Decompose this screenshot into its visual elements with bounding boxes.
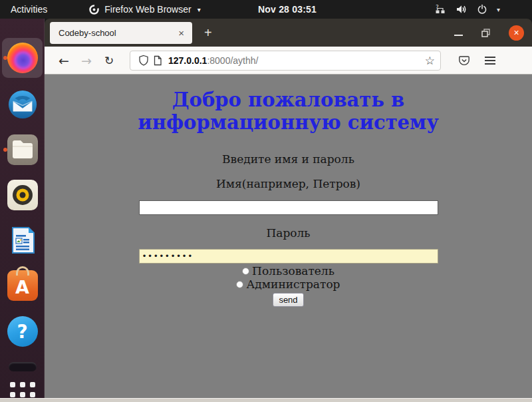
tab-codeby-school[interactable]: Codeby-school × <box>50 22 192 44</box>
app-menu-label: Firefox Web Browser <box>104 4 191 15</box>
url-host: 127.0.0.1 <box>168 55 207 66</box>
send-button[interactable]: send <box>273 293 303 307</box>
pocket-icon[interactable] <box>458 55 470 67</box>
forward-button[interactable]: → <box>75 53 98 68</box>
url-text[interactable]: 127.0.0.1:8000/aythh/ <box>168 55 425 66</box>
shield-icon[interactable] <box>138 55 149 66</box>
files-icon <box>7 134 38 165</box>
url-bar[interactable]: 127.0.0.1:8000/aythh/ ☆ <box>130 51 441 71</box>
network-status-icon: ? <box>434 4 446 15</box>
dock-item-libreoffice-writer[interactable] <box>0 225 45 256</box>
page-content: Добро пожаловать в информационную систем… <box>45 75 532 398</box>
dock-item-rhythmbox[interactable] <box>0 180 45 210</box>
back-button[interactable]: ← <box>53 53 75 68</box>
chevron-down-icon: ▾ <box>497 6 500 13</box>
firefox-icon <box>7 43 38 73</box>
dock-item-files[interactable] <box>0 134 45 165</box>
role-option-user[interactable]: Пользователь <box>242 266 334 277</box>
dock-item-ubuntu-software[interactable]: A <box>0 270 45 301</box>
radio-user[interactable] <box>242 268 249 275</box>
tab-bar: Codeby-school × + × <box>45 19 532 47</box>
gnome-top-bar: Activities Firefox Web Browser ▾ Nov 28 … <box>0 0 532 19</box>
show-apps-icon <box>10 382 35 402</box>
radio-admin-label: Администратор <box>246 279 340 290</box>
chevron-down-icon: ▾ <box>198 6 201 13</box>
activities-button[interactable]: Activities <box>0 0 58 19</box>
password-label: Пароль <box>266 226 310 240</box>
name-input[interactable] <box>139 200 438 215</box>
minimize-button[interactable] <box>454 35 463 36</box>
navigation-toolbar: ← → ↻ 127.0.0.1:8000/aythh/ ☆ <box>45 47 532 75</box>
close-icon: × <box>513 28 519 37</box>
show-applications-button[interactable] <box>0 382 45 402</box>
ubuntu-dock: A ? <box>0 19 45 398</box>
new-tab-button[interactable]: + <box>204 25 212 41</box>
window-bottom-edge <box>0 398 532 402</box>
thunderbird-icon <box>7 89 38 120</box>
page-info-icon[interactable] <box>153 55 162 66</box>
restore-button[interactable] <box>481 28 491 38</box>
help-icon: ? <box>7 316 38 347</box>
role-option-admin[interactable]: Администратор <box>236 279 340 290</box>
clock[interactable]: Nov 28 03:51 <box>258 0 317 19</box>
bookmark-star-icon[interactable]: ☆ <box>425 54 435 67</box>
system-status-area[interactable]: ? ▾ <box>434 0 500 19</box>
ubuntu-software-icon: A <box>7 270 38 301</box>
dock-separator-lens <box>0 362 45 371</box>
firefox-window: Codeby-school × + × ← → ↻ <box>45 19 532 398</box>
tab-title: Codeby-school <box>59 28 176 38</box>
radio-user-label: Пользователь <box>252 266 334 277</box>
close-tab-icon[interactable]: × <box>176 27 186 39</box>
bag-handle <box>16 266 29 276</box>
dock-item-firefox[interactable] <box>0 43 45 73</box>
reload-button[interactable]: ↻ <box>98 54 120 67</box>
dock-item-help[interactable]: ? <box>0 316 45 347</box>
dock-item-thunderbird[interactable] <box>0 89 45 120</box>
firefox-swirl-icon <box>88 4 100 15</box>
power-icon <box>477 4 487 15</box>
name-label: Имя(например, Петров) <box>216 177 360 190</box>
app-menu-button[interactable]: Firefox Web Browser ▾ <box>88 4 200 15</box>
radio-admin[interactable] <box>236 281 243 288</box>
volume-icon <box>456 4 467 15</box>
page-title: Добро пожаловать в информационную систем… <box>107 89 469 134</box>
window-controls: × <box>454 19 524 47</box>
password-input[interactable] <box>139 249 438 264</box>
rhythmbox-icon <box>7 180 38 210</box>
libreoffice-writer-icon <box>7 225 38 256</box>
instructions-text: Введите имя и пароль <box>222 152 354 166</box>
url-path: :8000/aythh/ <box>207 55 258 66</box>
close-window-button[interactable]: × <box>509 25 524 41</box>
menu-hamburger-icon[interactable] <box>485 55 495 67</box>
